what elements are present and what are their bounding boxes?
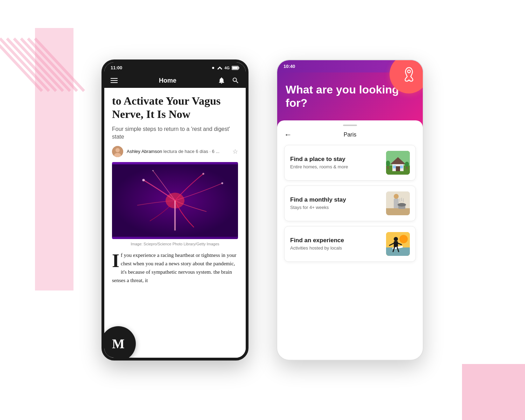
- hamburger-line-3: [111, 82, 118, 83]
- article-subtitle: Four simple steps to return to a 'rest a…: [112, 125, 238, 141]
- svg-point-43: [399, 235, 408, 243]
- experience-text: Find an experience Activities hosted by …: [290, 237, 344, 251]
- medium-nav-icons: [218, 77, 239, 84]
- hamburger-line-2: [111, 80, 118, 81]
- svg-marker-8: [217, 66, 222, 70]
- sheet-nav: ← Paris: [284, 132, 416, 138]
- bell-icon[interactable]: [218, 77, 225, 84]
- airbnb-logo-svg: [399, 65, 419, 84]
- svg-point-18: [202, 173, 204, 174]
- surfer-svg: [386, 232, 410, 256]
- monthly-stay-card[interactable]: Find a monthly stay Stays for 4+ weeks: [284, 186, 416, 221]
- medium-nav-title: Home: [159, 77, 176, 84]
- hamburger-menu[interactable]: [111, 78, 118, 83]
- medium-article-content: to Activate Your Vagus Nerve, It Is Now …: [104, 88, 246, 291]
- svg-point-32: [386, 161, 390, 166]
- author-meta: lectura de hace 6 días · 6 ...: [163, 149, 219, 154]
- svg-rect-10: [239, 67, 239, 69]
- main-container: 11:00 4G: [0, 0, 525, 420]
- svg-point-19: [152, 170, 154, 171]
- svg-point-44: [394, 237, 398, 241]
- medium-status-icons: 4G: [211, 66, 239, 70]
- wifi-icon: [217, 66, 222, 70]
- svg-rect-45: [394, 241, 398, 247]
- svg-rect-29: [393, 166, 396, 168]
- svg-rect-11: [232, 66, 238, 69]
- experience-image: [386, 232, 410, 256]
- svg-rect-30: [400, 166, 403, 168]
- surfer-image: [386, 232, 410, 256]
- svg-rect-33: [406, 166, 407, 169]
- back-button[interactable]: ←: [284, 130, 292, 139]
- author-avatar: [112, 146, 123, 157]
- monthly-stay-text: Find a monthly stay Stays for 4+ weeks: [290, 196, 346, 210]
- author-row: Ashley Abramson lectura de hace 6 días ·…: [112, 146, 238, 157]
- sheet-handle: [343, 125, 357, 126]
- medium-status-bar: 11:00 4G: [104, 62, 246, 73]
- place-to-stay-title: Find a place to stay: [290, 156, 348, 163]
- house-image: [386, 151, 410, 175]
- avatar-svg: [112, 146, 123, 157]
- kitchen-image: [386, 191, 410, 215]
- author-info: Ashley Abramson lectura de hace 6 días ·…: [127, 149, 219, 154]
- airbnb-sheet: ← Paris Find a place to stay Entire home…: [277, 120, 423, 274]
- airbnb-phone: 10:40 What are you looking for?: [276, 59, 424, 360]
- airbnb-time: 10:40: [284, 64, 295, 69]
- svg-rect-38: [386, 208, 410, 215]
- article-image: [112, 162, 238, 239]
- monthly-stay-subtitle: Stays for 4+ weeks: [290, 205, 346, 210]
- svg-rect-28: [396, 166, 400, 171]
- svg-point-21: [407, 70, 410, 73]
- experience-card[interactable]: Find an experience Activities hosted by …: [284, 226, 416, 262]
- svg-point-37: [394, 194, 399, 199]
- house-svg: [386, 151, 410, 175]
- experience-subtitle: Activities hosted by locals: [290, 245, 344, 251]
- article-body-text: you experience a racing heartbeat or tig…: [112, 252, 236, 283]
- place-to-stay-image: [386, 151, 410, 175]
- experience-title: Find an experience: [290, 237, 344, 244]
- medium-phone-inner: 11:00 4G: [104, 62, 246, 358]
- author-name: Ashley Abramson: [127, 149, 162, 154]
- svg-point-7: [212, 67, 214, 69]
- place-to-stay-text: Find a place to stay Entire homes, rooms…: [290, 156, 348, 169]
- monthly-stay-image: [386, 191, 410, 215]
- kitchen-svg: [386, 191, 410, 215]
- airbnb-phone-inner: 10:40 What are you looking for?: [277, 60, 423, 360]
- article-body: If you experience a racing heartbeat or …: [112, 251, 238, 285]
- medium-logo-text: M: [112, 336, 125, 351]
- monthly-stay-title: Find a monthly stay: [290, 196, 346, 203]
- battery-icon: [232, 66, 239, 70]
- article-title: to Activate Your Vagus Nerve, It Is Now: [112, 94, 238, 121]
- image-caption: Image: Sciepro/Science Photo Library/Get…: [112, 242, 238, 246]
- search-icon[interactable]: [232, 77, 239, 84]
- svg-rect-36: [394, 198, 399, 209]
- network-label: 4G: [224, 66, 230, 70]
- dot-icon: [211, 66, 215, 70]
- bookmark-icon[interactable]: ☆: [232, 148, 238, 155]
- svg-point-20: [221, 182, 223, 184]
- medium-time: 11:00: [111, 65, 122, 70]
- svg-point-17: [142, 178, 145, 181]
- place-to-stay-card[interactable]: Find a place to stay Entire homes, rooms…: [284, 145, 416, 181]
- svg-point-13: [115, 148, 120, 152]
- medium-phone: 11:00 4G: [102, 59, 248, 360]
- svg-point-40: [398, 203, 406, 206]
- author-avatar-img: [112, 146, 123, 157]
- place-to-stay-subtitle: Entire homes, rooms & more: [290, 164, 348, 169]
- svg-point-34: [405, 162, 409, 167]
- neuron-svg: [112, 162, 238, 239]
- hamburger-line-1: [111, 78, 118, 79]
- medium-logo: M: [102, 326, 136, 360]
- drop-cap: I: [112, 254, 119, 268]
- medium-navbar: Home: [104, 73, 246, 88]
- location-title: Paris: [344, 132, 356, 138]
